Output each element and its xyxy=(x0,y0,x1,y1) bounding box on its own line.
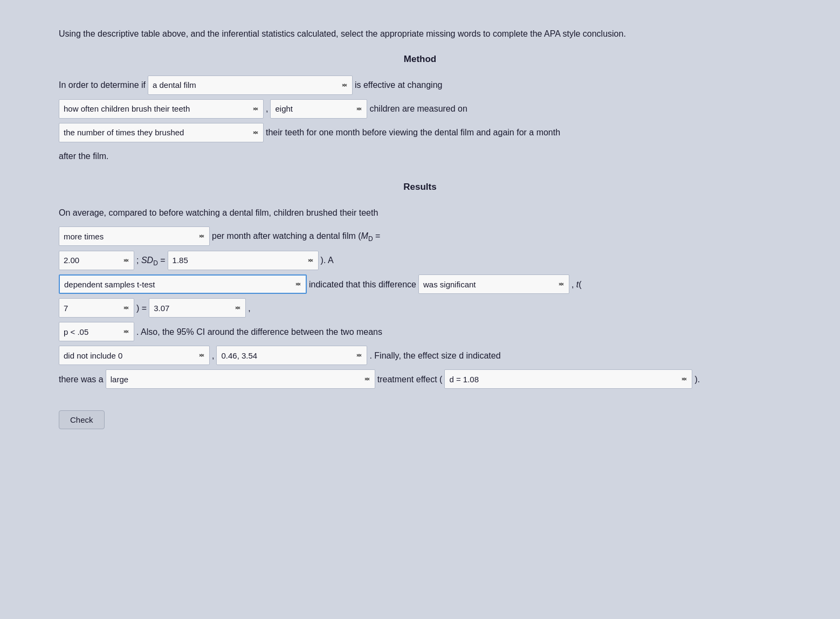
method-line4: after the film. xyxy=(59,147,781,166)
intro-text: Using the descriptive table above, and t… xyxy=(59,27,781,41)
results-line2-after: per month after watching a dental film (… xyxy=(212,226,380,246)
dental-film-select[interactable]: a dental film a control group an experim… xyxy=(148,75,353,95)
direction-select[interactable]: more times fewer times the same number o… xyxy=(59,226,210,246)
ci-range-select[interactable]: 0.46, 3.54 0.36, 3.64 0.56, 3.44 xyxy=(216,346,367,365)
results-line8: there was a large medium small treatment… xyxy=(59,369,781,389)
method-after-film: after the film. xyxy=(59,147,108,166)
results-line7-after: . Finally, the effect size d indicated xyxy=(369,346,500,365)
d-value-select[interactable]: d = 1.08 d = 0.08 d = 2.08 xyxy=(444,369,692,389)
effect-size-label-select[interactable]: large medium small xyxy=(106,369,375,389)
method-line3-after: their teeth for one month before viewing… xyxy=(266,123,560,142)
results-line7: did not include 0 included 0 was not cal… xyxy=(59,346,781,365)
sd-select[interactable]: 1.85 1.75 2.00 1.50 xyxy=(168,251,319,270)
method-line3: the number of times they brushed how man… xyxy=(59,123,781,142)
results-line8-before: there was a xyxy=(59,370,104,389)
results-line6-after: . Also, the 95% CI around the difference… xyxy=(136,322,382,341)
method-line2-comma: , xyxy=(266,99,268,118)
df-select[interactable]: 7 6 8 9 xyxy=(59,298,134,318)
results-line6: p < .05 p > .05 p < .01 . Also, the 95% … xyxy=(59,322,781,341)
ci-include-select[interactable]: did not include 0 included 0 was not cal… xyxy=(59,346,210,365)
main-container: Using the descriptive table above, and t… xyxy=(43,16,797,440)
participant-count-select[interactable]: eight seven ten twelve xyxy=(270,99,367,119)
brushing-frequency-select[interactable]: how often children brush their teeth the… xyxy=(59,99,264,119)
results-line4-after: , t( xyxy=(572,275,582,294)
t-value-select[interactable]: 3.07 2.07 4.07 1.07 xyxy=(149,298,246,318)
method-line1-after: is effective at changing xyxy=(355,75,442,94)
results-line5: 7 6 8 9 ) = 3.07 2.07 4.07 1.07 , xyxy=(59,298,781,318)
method-line2-after: children are measured on xyxy=(369,99,467,118)
results-intro-line: On average, compared to before watching … xyxy=(59,203,781,222)
results-section: Results On average, compared to before w… xyxy=(59,182,781,389)
method-line1-before: In order to determine if xyxy=(59,75,146,94)
brushing-times-select[interactable]: the number of times they brushed how man… xyxy=(59,123,264,142)
test-type-select[interactable]: dependent samples t-test independent sam… xyxy=(59,274,307,294)
results-line7-comma: , xyxy=(212,346,214,365)
results-line2: more times fewer times the same number o… xyxy=(59,226,781,246)
results-line3-after: ). A xyxy=(321,251,334,270)
results-line8-middle: treatment effect ( xyxy=(377,370,443,389)
significance-select[interactable]: was significant was not significant xyxy=(418,274,569,294)
results-line8-after: ). xyxy=(694,370,700,389)
results-sd-label: ; SDD = xyxy=(136,251,166,271)
results-title: Results xyxy=(59,182,781,192)
method-line1: In order to determine if a dental film a… xyxy=(59,75,781,95)
results-line5-after: , xyxy=(248,299,250,318)
results-line3: 2.00 1.00 3.00 0.00 ; SDD = 1.85 1.75 2.… xyxy=(59,251,781,271)
results-line4-middle: indicated that this difference xyxy=(309,275,416,294)
results-line5-middle: ) = xyxy=(136,299,147,318)
method-line2: how often children brush their teeth the… xyxy=(59,99,781,119)
method-title: Method xyxy=(59,54,781,65)
method-section: Method In order to determine if a dental… xyxy=(59,54,781,166)
p-value-select[interactable]: p < .05 p > .05 p < .01 xyxy=(59,322,134,341)
mean-diff-select[interactable]: 2.00 1.00 3.00 0.00 xyxy=(59,251,134,270)
check-button[interactable]: Check xyxy=(59,410,105,429)
results-line4: dependent samples t-test independent sam… xyxy=(59,274,781,294)
results-intro-text: On average, compared to before watching … xyxy=(59,203,378,222)
